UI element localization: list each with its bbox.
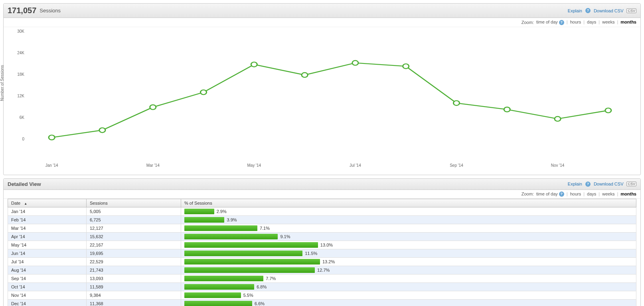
- y-tick: 24K: [8, 50, 24, 55]
- cell-date: Oct '14: [8, 283, 87, 291]
- pct-bar: [184, 267, 315, 273]
- cell-sessions: 12,127: [87, 224, 181, 233]
- data-point[interactable]: [352, 60, 358, 65]
- cell-sessions: 22,167: [87, 241, 181, 249]
- cell-pct: 7.1%: [181, 224, 636, 233]
- zoom-option-time-of-day[interactable]: time of day: [536, 191, 558, 196]
- table-row: Jan '145,0052.9%: [8, 207, 636, 216]
- pct-bar: [184, 209, 214, 214]
- help-icon[interactable]: ?: [585, 182, 591, 187]
- help-icon[interactable]: ?: [585, 8, 591, 13]
- table-row: Nov '149,3845.5%: [8, 291, 636, 300]
- cell-date: Sep '14: [8, 274, 87, 283]
- table-row: Feb '146,7253.9%: [8, 216, 636, 224]
- pct-label: 6.8%: [257, 284, 267, 289]
- download-csv-link[interactable]: Download CSV: [594, 8, 624, 13]
- zoom-option-weeks[interactable]: weeks: [602, 191, 614, 196]
- table-row: Sep '1413,0937.7%: [8, 274, 636, 283]
- data-point[interactable]: [555, 116, 561, 121]
- explain-link[interactable]: Explain: [568, 182, 582, 186]
- data-point[interactable]: [150, 105, 156, 109]
- help-icon[interactable]: ?: [559, 191, 564, 197]
- y-axis-title: Number of Sessions: [0, 65, 4, 101]
- data-point[interactable]: [403, 64, 409, 69]
- zoom-toolbar-top: Zoom: time of day?|hours|days|weeks|mont…: [4, 18, 640, 27]
- csv-icon[interactable]: CSV: [626, 182, 636, 186]
- cell-pct: 6.6%: [181, 300, 636, 306]
- pct-bar: [184, 301, 252, 306]
- pct-label: 11.5%: [305, 251, 317, 256]
- pct-label: 13.0%: [320, 243, 333, 247]
- cell-pct: 5.5%: [181, 291, 636, 300]
- zoom-label: Zoom:: [522, 191, 534, 196]
- cell-pct: 13.0%: [181, 241, 636, 249]
- data-point[interactable]: [605, 108, 611, 113]
- cell-sessions: 22,529: [87, 258, 181, 266]
- cell-date: Jan '14: [8, 207, 87, 216]
- pct-label: 5.5%: [243, 293, 253, 298]
- data-point[interactable]: [504, 107, 510, 112]
- x-tick: Jan '14: [45, 163, 58, 168]
- detailed-panel: Detailed View Explain ? Download CSV CSV…: [3, 178, 641, 306]
- pct-bar: [184, 284, 254, 290]
- table-row: Aug '1421,74312.7%: [8, 266, 636, 274]
- cell-date: Jun '14: [8, 249, 87, 258]
- table-row: Jun '1419,69511.5%: [8, 249, 636, 258]
- cell-date: Nov '14: [8, 291, 87, 300]
- cell-sessions: 15,632: [87, 233, 181, 241]
- cell-pct: 7.7%: [181, 274, 636, 283]
- download-csv-link[interactable]: Download CSV: [594, 182, 624, 186]
- pct-label: 2.9%: [217, 209, 227, 214]
- pct-bar: [184, 217, 224, 223]
- table-row: Dec '1411,3686.6%: [8, 300, 636, 306]
- zoom-option-days[interactable]: days: [587, 191, 596, 196]
- detailed-table: Date ▲ Sessions % of Sessions Jan '145,0…: [8, 199, 636, 306]
- data-point[interactable]: [302, 73, 308, 77]
- cell-pct: 13.2%: [181, 258, 636, 266]
- pct-label: 3.9%: [227, 217, 237, 222]
- pct-bar: [184, 242, 318, 248]
- zoom-option-weeks[interactable]: weeks: [602, 20, 614, 24]
- zoom-option-hours[interactable]: hours: [570, 20, 581, 24]
- pct-bar: [184, 259, 320, 265]
- y-tick: 30K: [8, 29, 24, 33]
- zoom-option-months[interactable]: months: [620, 20, 636, 24]
- help-icon[interactable]: ?: [559, 20, 564, 25]
- y-tick: 6K: [8, 115, 24, 119]
- cell-date: Feb '14: [8, 216, 87, 224]
- sessions-panel-header: 171,057 Sessions Explain ? Download CSV …: [4, 4, 640, 18]
- table-row: Mar '1412,1277.1%: [8, 224, 636, 233]
- zoom-toolbar-bottom: Zoom: time of day?|hours|days|weeks|mont…: [4, 190, 640, 199]
- data-point[interactable]: [99, 128, 105, 132]
- data-point[interactable]: [251, 62, 257, 67]
- line-chart: Number of Sessions 06K12K18K24K30K Jan '…: [4, 27, 640, 175]
- cell-date: Apr '14: [8, 233, 87, 241]
- zoom-option-months[interactable]: months: [620, 191, 636, 196]
- pct-label: 9.1%: [280, 234, 290, 239]
- x-tick: Sep '14: [450, 163, 463, 168]
- y-tick: 12K: [8, 93, 24, 98]
- sort-asc-icon: ▲: [24, 202, 27, 205]
- zoom-option-time-of-day[interactable]: time of day: [536, 20, 558, 24]
- cell-sessions: 21,743: [87, 266, 181, 274]
- pct-label: 12.7%: [317, 268, 330, 272]
- zoom-option-hours[interactable]: hours: [570, 191, 581, 196]
- col-date[interactable]: Date ▲: [8, 199, 87, 207]
- cell-date: Mar '14: [8, 224, 87, 233]
- data-point[interactable]: [49, 135, 55, 140]
- data-point[interactable]: [200, 90, 206, 95]
- zoom-label: Zoom:: [522, 20, 534, 25]
- cell-pct: 12.7%: [181, 266, 636, 274]
- col-pct[interactable]: % of Sessions: [181, 199, 636, 207]
- cell-sessions: 13,093: [87, 274, 181, 283]
- cell-sessions: 11,589: [87, 283, 181, 291]
- cell-sessions: 19,695: [87, 249, 181, 258]
- zoom-option-days[interactable]: days: [587, 20, 596, 24]
- cell-sessions: 5,005: [87, 207, 181, 216]
- explain-link[interactable]: Explain: [568, 8, 582, 13]
- x-tick: Mar '14: [146, 163, 160, 168]
- cell-sessions: 6,725: [87, 216, 181, 224]
- col-sessions[interactable]: Sessions: [87, 199, 181, 207]
- data-point[interactable]: [453, 101, 459, 105]
- csv-icon[interactable]: CSV: [626, 8, 636, 13]
